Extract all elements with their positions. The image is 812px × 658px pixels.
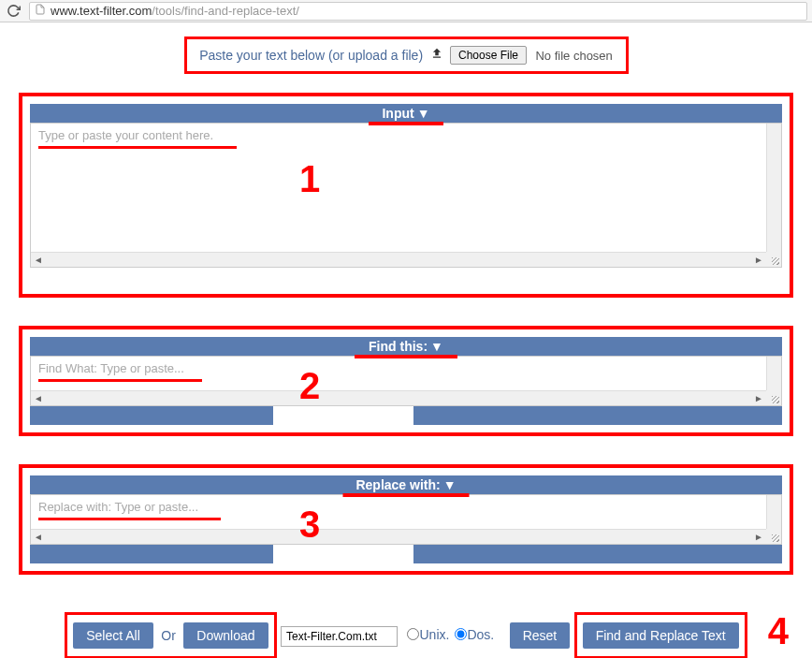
- scroll-left-icon[interactable]: ◄: [34, 255, 43, 265]
- find-header[interactable]: Find this: ▼: [30, 337, 782, 356]
- page-content: Paste your text below (or upload a file)…: [0, 22, 812, 658]
- replace-placeholder: Replace with: Type or paste...: [38, 500, 198, 514]
- scroll-right-icon[interactable]: ►: [754, 393, 763, 403]
- download-group-box: Select All Or Download: [65, 612, 276, 658]
- page-icon: [35, 3, 46, 19]
- resize-grip[interactable]: [766, 390, 781, 405]
- download-button[interactable]: Download: [183, 622, 268, 649]
- upload-instruction-box: Paste your text below (or upload a file)…: [184, 37, 629, 74]
- replace-button-box: Find and Replace Text: [574, 612, 747, 658]
- scroll-left-icon[interactable]: ◄: [34, 532, 43, 542]
- find-section: Find this: ▼ Find What: Type or paste...…: [19, 326, 793, 436]
- address-bar: www.text-filter.com/tools/find-and-repla…: [0, 0, 812, 22]
- scroll-left-icon[interactable]: ◄: [34, 393, 43, 403]
- replace-section: Replace with: ▼ Replace with: Type or pa…: [19, 464, 793, 575]
- scrollbar-horizontal[interactable]: ◄ ►: [31, 390, 766, 405]
- choose-file-button[interactable]: Choose File: [450, 46, 527, 65]
- input-section: Input▼ Type or paste your content here. …: [19, 93, 793, 298]
- chevron-down-icon: ▼: [443, 477, 457, 492]
- unix-radio[interactable]: [407, 628, 419, 640]
- reset-button[interactable]: Reset: [510, 622, 571, 649]
- url-text: www.text-filter.com/tools/find-and-repla…: [51, 4, 299, 18]
- input-placeholder: Type or paste your content here.: [38, 128, 213, 142]
- chevron-down-icon: ▼: [417, 106, 430, 121]
- input-header-label: Input: [382, 106, 413, 121]
- unix-label: Unix.: [419, 627, 449, 642]
- chevron-down-icon: ▼: [430, 339, 443, 354]
- find-header-label: Find this:: [369, 339, 428, 354]
- resize-grip[interactable]: [766, 252, 781, 267]
- replace-header-label: Replace with:: [355, 477, 440, 492]
- url-input[interactable]: www.text-filter.com/tools/find-and-repla…: [29, 2, 807, 21]
- resize-grip[interactable]: [766, 529, 781, 544]
- find-replace-button[interactable]: Find and Replace Text: [583, 622, 739, 649]
- step-number-4: 4: [768, 610, 789, 652]
- scrollbar-horizontal[interactable]: ◄ ►: [31, 252, 766, 267]
- bottom-controls: Select All Or Download Unix. Dos. Reset …: [19, 603, 793, 658]
- instruction-text: Paste your text below (or upload a file): [199, 48, 423, 63]
- select-all-button[interactable]: Select All: [73, 622, 153, 649]
- step-number-3: 3: [299, 504, 320, 546]
- step-number-2: 2: [299, 365, 320, 407]
- step-number-1: 1: [299, 158, 320, 200]
- filename-input[interactable]: [281, 626, 398, 647]
- input-textarea[interactable]: Type or paste your content here. ◄ ►: [30, 123, 782, 268]
- find-placeholder: Find What: Type or paste...: [38, 361, 184, 375]
- upload-icon: [430, 47, 443, 64]
- file-status-text: No file chosen: [535, 49, 612, 63]
- scroll-right-icon[interactable]: ►: [754, 255, 763, 265]
- dos-label: Dos.: [467, 627, 494, 642]
- find-textarea[interactable]: Find What: Type or paste... ◄ ►: [30, 356, 782, 406]
- scroll-right-icon[interactable]: ►: [754, 532, 763, 542]
- scrollbar-horizontal[interactable]: ◄ ►: [31, 529, 766, 544]
- or-text: Or: [161, 628, 176, 643]
- replace-textarea[interactable]: Replace with: Type or paste... ◄ ►: [30, 494, 782, 545]
- dos-radio[interactable]: [455, 628, 467, 640]
- replace-header[interactable]: Replace with: ▼: [30, 475, 782, 494]
- input-header[interactable]: Input▼: [30, 104, 782, 123]
- reload-icon[interactable]: [5, 3, 22, 20]
